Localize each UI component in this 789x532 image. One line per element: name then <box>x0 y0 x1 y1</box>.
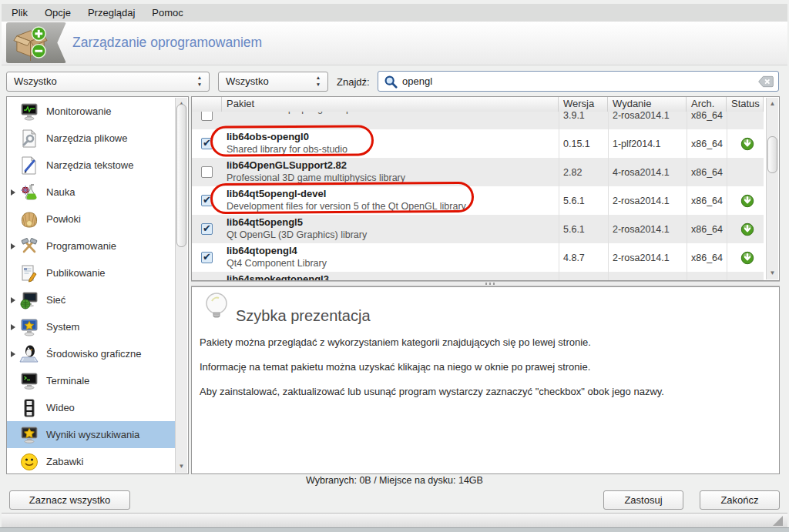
sidebar-item-8[interactable]: System <box>7 313 176 340</box>
shell-icon <box>19 209 41 229</box>
column-header-checkbox[interactable] <box>192 97 222 112</box>
sidebar-item-7[interactable]: Sieć <box>7 286 176 313</box>
text-tools-icon <box>19 156 41 176</box>
sidebar-item-9[interactable]: Środowisko graficzne <box>7 340 176 367</box>
sidebar-item-2[interactable]: Narzędzia tekstowe <box>7 152 176 179</box>
column-header-2[interactable]: Wydanie <box>608 97 687 112</box>
sidebar-item-13[interactable]: Zabawki <box>7 448 176 473</box>
column-header-4[interactable]: Status <box>727 97 764 112</box>
scroll-down-icon[interactable]: ▼ <box>176 462 187 471</box>
sidebar-item-1[interactable]: Narzędzia plikowe <box>7 125 176 152</box>
package-checkbox[interactable] <box>201 112 213 121</box>
column-header-3[interactable]: Arch. <box>687 97 727 112</box>
package-name: lib64obs-opengl0 <box>222 131 559 143</box>
scroll-down-icon[interactable]: ▼ <box>767 269 778 278</box>
spinner-arrows-icon[interactable]: ▲▼ <box>314 74 322 88</box>
sidebar-item-0[interactable]: Monitorowanie <box>7 98 176 125</box>
search-input[interactable]: opengl <box>378 71 779 92</box>
expander-icon[interactable] <box>7 189 19 196</box>
expander-icon[interactable] <box>7 324 19 330</box>
arch-cell: x86_64 <box>687 158 727 186</box>
package-name-cell: lib64smokeqtopengl3 <box>222 272 559 280</box>
checkbox-cell <box>192 272 222 280</box>
scroll-up-icon[interactable]: ▲ <box>767 99 778 109</box>
search-value: opengl <box>402 75 432 87</box>
sidebar-item-11[interactable]: Wideo <box>7 394 176 421</box>
package-name: lib64smokeqtopengl3 <box>222 273 559 280</box>
page-title: Zarządzanie oprogramowaniem <box>72 35 262 51</box>
menu-item-1[interactable]: Opcje <box>36 4 79 22</box>
network-icon <box>19 290 41 310</box>
package-checkbox[interactable] <box>201 166 213 178</box>
resize-grip[interactable] <box>773 516 783 526</box>
package-row[interactable]: lib64OpenGLSupport2.82Professional 3D ga… <box>192 158 764 186</box>
scrollbar-thumb[interactable] <box>767 136 777 173</box>
table-scrollbar[interactable]: ▲ ▼ <box>766 98 778 279</box>
package-checkbox[interactable] <box>201 138 213 149</box>
sidebar-item-10[interactable]: Terminale <box>7 367 176 394</box>
menu-item-3[interactable]: Pomoc <box>143 4 191 22</box>
pane-splitter[interactable] <box>191 281 780 286</box>
package-name: lib64qtopengl4 <box>222 245 559 257</box>
package-name-cell: lib64qt5opengl-develDevelopment files fo… <box>222 186 559 215</box>
status-cell <box>727 186 764 215</box>
sidebar-item-4[interactable]: Powłoki <box>7 206 176 233</box>
video-icon <box>19 398 41 418</box>
status-cell <box>727 112 764 129</box>
package-row[interactable]: lib64smokeqtopengl34.14.31-rosa2014.1x86… <box>192 272 764 280</box>
select-all-button[interactable]: Zaznacz wszystko <box>9 490 130 510</box>
sidebar-item-12[interactable]: Wyniki wyszukiwania <box>7 421 176 448</box>
expander-icon[interactable] <box>7 351 19 357</box>
arch-cell: x86_64 <box>687 112 727 129</box>
scrollbar-thumb[interactable] <box>176 104 186 247</box>
splitter-grip-icon[interactable] <box>485 283 495 285</box>
install-status-icon <box>740 137 754 151</box>
apply-button[interactable]: Zastosuj <box>603 490 683 510</box>
package-row[interactable]: The Gambas qt-opengl component3.9.12-ros… <box>192 112 764 129</box>
sidebar-item-3[interactable]: Nauka <box>7 179 176 206</box>
package-checkbox[interactable] <box>201 223 213 235</box>
sidebar-item-label: Terminale <box>46 375 89 386</box>
system-icon <box>19 317 41 337</box>
package-name: lib64qt5opengl-devel <box>222 188 559 200</box>
package-row[interactable]: lib64qt5opengl-develDevelopment files fo… <box>192 186 764 215</box>
media-filter-select[interactable]: Wszystko ▲▼ <box>218 72 328 92</box>
release-cell: 2-rosa2014.1 <box>608 215 687 243</box>
clear-search-icon[interactable] <box>757 75 774 88</box>
version-cell: 5.6.1 <box>559 215 608 243</box>
checkbox-cell <box>192 158 222 186</box>
package-checkbox[interactable] <box>201 195 213 206</box>
expander-icon[interactable] <box>7 297 19 303</box>
package-description: The Gambas qt-opengl component <box>222 112 559 115</box>
package-row[interactable]: lib64qt5opengl5Qt OpenGL (3D Graphics) l… <box>192 215 764 243</box>
package-row[interactable]: lib64qtopengl4Qt4 Component Library4.8.7… <box>192 243 764 272</box>
expander-icon[interactable] <box>7 243 19 249</box>
sidebar-item-label: Zabawki <box>46 456 83 467</box>
graphical-env-icon <box>19 344 41 364</box>
column-header-0[interactable]: Pakiet <box>222 97 559 112</box>
arch-cell: x86_64 <box>687 272 727 280</box>
terminal-icon <box>19 371 41 391</box>
sidebar-item-label: Sieć <box>46 294 65 306</box>
package-description: Development files for version 5 of the Q… <box>222 200 559 212</box>
sidebar-item-label: Narzędzia plikowe <box>46 132 128 144</box>
category-filter-select[interactable]: Wszystko ▲▼ <box>6 72 210 92</box>
install-status-icon <box>740 194 754 208</box>
menubar: PlikOpcjePrzeglądajPomoc <box>2 4 787 22</box>
sidebar-item-label: Środowisko graficzne <box>46 348 142 360</box>
sidebar-scrollbar[interactable]: ▲ ▼ <box>175 98 187 473</box>
science-icon <box>19 182 41 202</box>
sidebar-item-6[interactable]: Publikowanie <box>7 259 176 286</box>
sidebar-item-5[interactable]: Programowanie <box>7 233 176 259</box>
sidebar-item-label: Programowanie <box>46 240 116 252</box>
menu-item-0[interactable]: Plik <box>3 4 36 22</box>
package-row[interactable]: lib64obs-opengl0Shared library for obs-s… <box>192 129 764 158</box>
sidebar-item-label: Monitorowanie <box>46 105 112 117</box>
spinner-arrows-icon[interactable]: ▲▼ <box>196 74 203 88</box>
release-cell: 2-rosa2014.1 <box>608 186 687 215</box>
menu-item-2[interactable]: Przeglądaj <box>79 4 143 22</box>
arch-cell: x86_64 <box>687 186 727 215</box>
package-checkbox[interactable] <box>201 252 213 263</box>
column-header-1[interactable]: Wersja <box>559 97 608 112</box>
quit-button[interactable]: Zakończ <box>700 490 780 510</box>
